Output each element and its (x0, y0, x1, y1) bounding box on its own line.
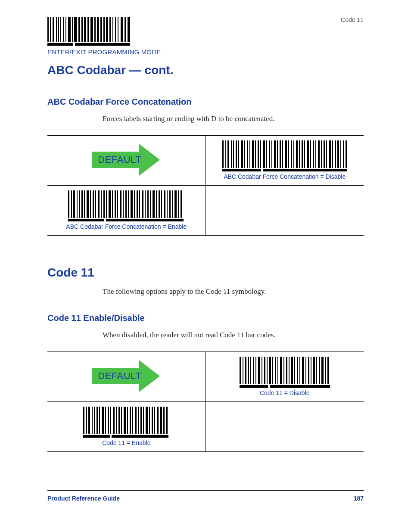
svg-rect-76 (346, 140, 347, 168)
svg-rect-55 (288, 140, 289, 168)
svg-rect-189 (166, 407, 168, 434)
svg-rect-167 (105, 407, 106, 434)
svg-rect-16 (94, 17, 96, 42)
svg-rect-6 (63, 17, 64, 42)
svg-rect-79 (68, 190, 69, 218)
svg-rect-34 (231, 140, 232, 168)
svg-rect-5 (60, 17, 61, 42)
svg-rect-56 (291, 140, 292, 168)
svg-rect-179 (138, 407, 139, 434)
svg-rect-183 (149, 407, 150, 434)
svg-rect-124 (240, 357, 241, 384)
svg-rect-97 (117, 190, 118, 218)
svg-rect-92 (103, 190, 105, 218)
table-row: DEFAULT (47, 352, 364, 402)
svg-rect-153 (319, 357, 320, 384)
svg-rect-32 (225, 140, 226, 168)
barcode-caption: Code 11 = Disable (240, 389, 330, 396)
barcode-abc-disable: ABC Codabar Force Concatenation = Disabl… (222, 140, 347, 180)
svg-rect-31 (222, 140, 224, 168)
svg-rect-158 (270, 385, 330, 388)
svg-rect-118 (174, 190, 177, 218)
svg-rect-135 (269, 357, 271, 384)
svg-rect-113 (161, 190, 162, 218)
svg-rect-130 (255, 357, 256, 384)
svg-rect-108 (147, 190, 149, 218)
svg-rect-73 (337, 140, 339, 168)
svg-rect-148 (305, 357, 306, 384)
svg-rect-174 (124, 407, 126, 434)
svg-rect-4 (58, 17, 59, 42)
svg-rect-57 (293, 140, 294, 168)
svg-rect-29 (75, 43, 130, 46)
svg-rect-49 (271, 140, 272, 168)
paragraph-code11-intro: The following options apply to the Code … (103, 287, 364, 296)
svg-rect-68 (324, 140, 325, 168)
svg-rect-172 (118, 407, 120, 434)
svg-rect-65 (315, 140, 316, 168)
svg-rect-188 (163, 407, 165, 434)
svg-rect-61 (304, 140, 305, 168)
svg-rect-107 (145, 190, 146, 218)
svg-rect-171 (116, 407, 117, 434)
svg-rect-59 (299, 140, 300, 168)
paragraph-abc-force: Forces labels starting or ending with D … (103, 115, 364, 123)
svg-rect-127 (248, 357, 249, 384)
svg-rect-129 (253, 357, 254, 384)
svg-rect-150 (311, 357, 311, 384)
svg-rect-45 (260, 140, 261, 168)
svg-rect-138 (277, 357, 278, 384)
default-arrow-label: DEFAULT (98, 370, 141, 382)
svg-rect-53 (282, 140, 283, 168)
svg-rect-147 (302, 357, 304, 384)
svg-rect-15 (90, 17, 93, 42)
page-footer: Product Reference Guide 187 (47, 490, 364, 502)
svg-rect-23 (115, 17, 116, 42)
cell-default-arrow: DEFAULT (47, 352, 206, 402)
options-table-code11: DEFAULT (47, 352, 364, 452)
svg-rect-51 (277, 140, 278, 168)
svg-rect-191 (112, 435, 168, 438)
svg-rect-182 (146, 407, 148, 434)
heading-code11: Code 11 (47, 266, 364, 280)
svg-rect-117 (172, 190, 173, 218)
svg-rect-111 (156, 190, 157, 218)
svg-rect-62 (307, 140, 309, 168)
svg-rect-144 (294, 357, 295, 384)
svg-rect-160 (86, 407, 87, 434)
cell-code11-disable: Code 11 = Disable (206, 352, 364, 402)
svg-rect-161 (88, 407, 90, 434)
svg-rect-181 (143, 407, 144, 434)
svg-rect-67 (321, 140, 322, 168)
cell-code11-enable: Code 11 = Enable (47, 402, 206, 452)
svg-rect-96 (115, 190, 116, 218)
svg-rect-152 (316, 357, 317, 384)
barcode-caption: ABC Codabar Force Concatenation = Enable (66, 223, 187, 230)
barcode-code11-disable: Code 11 = Disable (240, 357, 330, 396)
svg-rect-175 (127, 407, 128, 434)
barcode-icon (68, 190, 184, 222)
svg-rect-110 (153, 190, 155, 218)
cell-empty (206, 186, 364, 236)
svg-rect-177 (132, 407, 133, 434)
svg-rect-112 (159, 190, 160, 218)
svg-rect-155 (325, 357, 326, 384)
svg-rect-69 (326, 140, 327, 168)
enter-exit-label: ENTER/EXIT PROGRAMMING MODE (47, 48, 364, 56)
svg-rect-80 (71, 190, 72, 218)
svg-rect-38 (241, 140, 243, 168)
svg-rect-35 (233, 140, 234, 168)
svg-rect-22 (112, 17, 113, 42)
svg-rect-40 (247, 140, 248, 168)
svg-rect-141 (286, 357, 287, 384)
svg-rect-137 (275, 357, 276, 384)
svg-rect-21 (109, 17, 111, 42)
svg-rect-0 (47, 17, 49, 42)
svg-rect-46 (263, 140, 265, 168)
options-table-abc: DEFAULT (47, 135, 364, 236)
svg-rect-133 (264, 357, 265, 384)
svg-rect-126 (245, 357, 246, 384)
default-arrow-label: DEFAULT (98, 154, 141, 165)
svg-rect-52 (280, 140, 281, 168)
svg-rect-25 (121, 17, 123, 42)
